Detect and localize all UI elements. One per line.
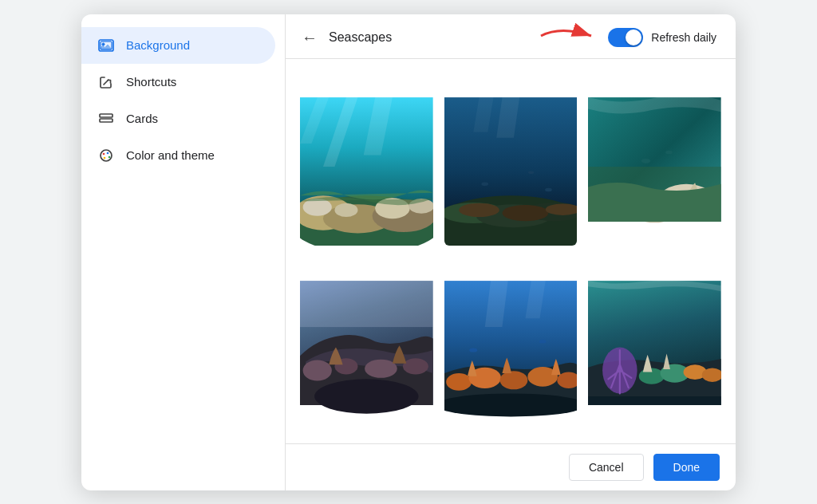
refresh-daily-label: Refresh daily [651,31,716,44]
svg-point-36 [545,187,552,191]
svg-rect-68 [588,396,721,405]
content-header: ← Seascapes [286,14,736,59]
svg-point-59 [444,393,578,416]
svg-point-6 [101,150,112,161]
seascape-image-3[interactable] [586,72,723,247]
svg-point-8 [107,152,109,154]
link-icon [97,73,115,91]
svg-point-61 [539,340,547,343]
dialog-footer: Cancel Done [286,443,736,490]
svg-point-21 [334,203,357,216]
svg-point-9 [109,156,111,158]
header-right: Refresh daily [608,28,716,47]
svg-point-46 [303,360,332,380]
sidebar: Background Shortcuts [81,14,286,490]
sidebar-item-cards[interactable]: Cards [81,100,275,137]
svg-point-56 [499,371,527,389]
svg-rect-5 [100,119,112,122]
svg-point-42 [641,158,651,163]
image-icon [97,37,115,54]
svg-point-35 [528,171,534,174]
image-grid [286,59,736,443]
svg-point-48 [365,359,397,377]
seascape-image-4[interactable] [298,255,435,431]
svg-point-7 [103,152,105,155]
sidebar-item-shortcuts[interactable]: Shortcuts [81,64,275,100]
seascape-image-6[interactable] [586,255,723,431]
sidebar-item-label-background: Background [126,38,190,52]
cards-icon [97,110,115,128]
svg-point-3 [102,43,105,45]
palette-icon [97,147,115,164]
svg-point-31 [459,203,499,216]
svg-point-10 [104,156,106,159]
annotation-arrow [537,22,601,56]
svg-rect-45 [300,281,433,327]
seascape-image-5[interactable] [443,255,579,431]
svg-point-50 [314,379,418,413]
done-button[interactable]: Done [653,454,720,481]
sidebar-item-label-shortcuts: Shortcuts [126,75,176,89]
seascape-image-2[interactable] [443,72,579,247]
refresh-daily-toggle[interactable] [608,28,643,47]
svg-point-60 [469,348,477,352]
svg-point-43 [665,150,673,153]
back-button[interactable]: ← [298,26,321,50]
svg-rect-4 [100,114,112,117]
main-dialog: Background Shortcuts [81,14,736,490]
main-content: ← Seascapes [286,14,736,490]
sidebar-item-color-theme[interactable]: Color and theme [81,137,275,174]
svg-point-34 [481,182,488,185]
svg-point-49 [403,358,428,374]
svg-point-32 [502,204,548,220]
header-left: ← Seascapes [298,26,392,50]
toggle-knob [626,30,641,45]
sidebar-item-label-color-theme: Color and theme [126,148,215,162]
cancel-button[interactable]: Cancel [569,454,644,481]
dialog-body: Background Shortcuts [81,14,736,490]
seascape-image-1[interactable] [298,72,435,247]
sidebar-item-label-cards: Cards [126,112,158,125]
section-title: Seascapes [329,30,392,45]
sidebar-item-background[interactable]: Background [81,27,275,64]
